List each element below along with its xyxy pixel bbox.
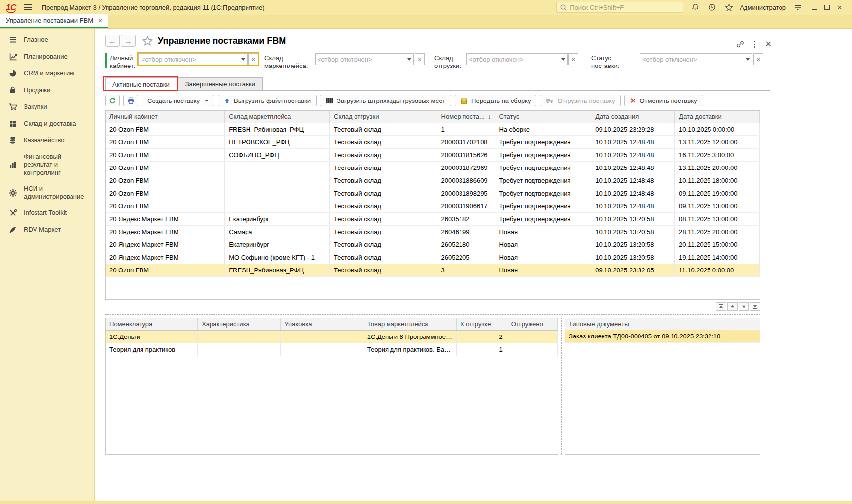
favorites-star-icon[interactable] — [724, 2, 734, 12]
filter-dropdown-icon-personal-account[interactable] — [239, 54, 247, 65]
history-icon[interactable] — [707, 2, 717, 12]
column-header[interactable]: Упаковка — [281, 318, 363, 330]
table-row[interactable]: 20 Ozon FBMFRESH_Рябиновая_РФЦТестовый с… — [106, 264, 760, 276]
refresh-button[interactable] — [105, 95, 120, 106]
column-header[interactable]: Отгружено — [507, 318, 557, 330]
column-header[interactable]: Статус — [495, 111, 591, 123]
filter-clear-button-shipping-warehouse[interactable]: × — [568, 53, 578, 65]
filter-dropdown-icon-shipping-warehouse[interactable] — [559, 54, 567, 65]
filter-input-supply-status[interactable]: <отбор отключен> — [640, 53, 752, 65]
forward-button[interactable]: → — [121, 35, 136, 47]
more-menu-icon[interactable] — [754, 41, 755, 48]
table-row[interactable]: 20 Ozon FBMТестовый склад2000031886609Тр… — [106, 174, 760, 187]
window-titlebar: 1С Препрод Маркет 3 / Управление торговл… — [0, 0, 852, 15]
print-button[interactable] — [123, 95, 138, 106]
main-menu-icon[interactable] — [23, 4, 32, 11]
filter-input-shipping-warehouse[interactable]: <отбор отключен> — [466, 53, 568, 65]
filter-dropdown-icon-supply-status[interactable] — [744, 54, 752, 65]
barcode-icon — [326, 98, 333, 104]
command-bar: Создать поставкуВыгрузить файл поставкиЗ… — [105, 95, 770, 106]
bag-icon — [8, 86, 17, 95]
table-row[interactable]: 20 Ozon FBMТестовый склад2000031906617Тр… — [106, 200, 760, 212]
filter-dropdown-icon-marketplace-warehouse[interactable] — [405, 54, 413, 65]
export-supply-file-button[interactable]: Выгрузить файл поставки — [218, 95, 317, 106]
horizontal-splitter[interactable] — [105, 314, 760, 315]
table-row[interactable]: 20 Яндекс Маркет FBMЕкатеринбургТестовый… — [106, 238, 760, 251]
sidebar-item-zakupki[interactable]: Закупки — [0, 99, 94, 115]
notifications-bell-icon[interactable] — [690, 2, 700, 12]
table-row[interactable]: Теория для практиковТеория для практиков… — [106, 343, 558, 356]
sidebar-item-finrezultat-kontrolling[interactable]: Финансовый результат и контроллинг — [0, 149, 94, 181]
column-header[interactable]: Склад отгрузки — [330, 111, 437, 123]
table-row[interactable]: 20 Яндекс Маркет FBMЕкатеринбургТестовый… — [106, 212, 760, 225]
sidebar-item-crm-marketing[interactable]: CRM и маркетинг — [0, 65, 94, 82]
sidebar-item-infostart-toolkit[interactable]: Infostart Toolkit — [0, 204, 94, 221]
filter-clear-button-marketplace-warehouse[interactable]: × — [415, 53, 425, 65]
chevron-down-icon — [561, 58, 565, 61]
sidebar-item-planirovanie[interactable]: Планирование — [0, 48, 94, 65]
filter-clear-button-personal-account[interactable]: × — [248, 53, 258, 65]
filter-input-marketplace-warehouse[interactable]: <отбор отключен> — [315, 53, 414, 65]
scroll-next-button[interactable] — [739, 302, 749, 311]
scroll-first-button[interactable] — [716, 302, 726, 311]
table-cell: 09.10.2025 23:29:28 — [591, 123, 675, 135]
column-header[interactable]: Номенклатура — [106, 318, 198, 330]
sidebar-item-kaznacheystvo[interactable]: Казначейство — [0, 132, 94, 149]
table-row[interactable]: 1С:Деньги1С:Деньги 8 Программное…2 — [106, 330, 558, 343]
filter-clear-button-supply-status[interactable]: × — [753, 53, 763, 65]
vertical-splitter[interactable] — [561, 318, 562, 455]
scroll-last-button[interactable] — [750, 302, 760, 311]
table-cell: 11.10.2025 0:00:00 — [675, 264, 760, 276]
document-tab-supply-management[interactable]: Управление поставками FBM × — [0, 14, 108, 28]
table-row[interactable]: 20 Яндекс Маркет FBMМО Софьино (кроме КГ… — [106, 251, 760, 264]
copy-link-icon[interactable] — [736, 40, 744, 48]
column-header[interactable]: Номер поста...↓ — [437, 111, 495, 123]
document-tab-close-icon[interactable]: × — [98, 17, 102, 25]
column-header[interactable]: Характеристика — [198, 318, 281, 330]
create-supply-button[interactable]: Создать поставку — [142, 95, 214, 106]
table-row[interactable]: 20 Ozon FBMПЕТРОВСКОЕ_РФЦТестовый склад2… — [106, 135, 760, 148]
global-search[interactable] — [556, 2, 683, 13]
filter-input-personal-account[interactable]: <отбор отключен> — [138, 53, 248, 65]
column-header[interactable]: Дата доставки — [675, 111, 760, 123]
table-cell: Теория для практиков — [106, 343, 198, 356]
send-to-assembly-button[interactable]: Передать на сборку — [455, 95, 536, 106]
table-row[interactable]: 20 Ozon FBMСОФЬИНО_РФЦТестовый склад2000… — [106, 148, 760, 161]
column-header[interactable]: К отгрузке — [456, 318, 507, 330]
user-menu-icon[interactable] — [793, 2, 803, 12]
sidebar-item-rdv-market[interactable]: RDV Маркет — [0, 221, 94, 238]
supplies-table: Личный кабинетСклад маркетплейсаСклад от… — [106, 111, 760, 277]
user-name[interactable]: Администратор — [740, 4, 786, 11]
table-row[interactable]: 20 Ozon FBMFRESH_Рябиновая_РФЦТестовый с… — [106, 123, 760, 135]
close-window-button[interactable]: × — [833, 2, 846, 13]
button-label: Создать поставку — [147, 97, 200, 104]
tab-active-supplies[interactable]: Активные поставки — [105, 77, 177, 91]
maximize-button[interactable] — [820, 2, 833, 13]
load-cargo-barcodes-button[interactable]: Загрузить штрихкоды грузовых мест — [320, 95, 451, 106]
add-to-favorites-star-icon[interactable] — [142, 36, 153, 46]
table-cell: 10.10.2025 12:48:48 — [591, 161, 675, 174]
sidebar-item-nsi-administrirovanie[interactable]: НСИ и администрирование — [0, 181, 94, 205]
minimize-button[interactable] — [808, 2, 820, 13]
document-tabstrip: Управление поставками FBM × — [0, 15, 852, 29]
column-header[interactable]: Товар маркетплейса — [363, 318, 456, 330]
sidebar-item-glavnoe[interactable]: Главное — [0, 32, 94, 48]
sidebar-item-prodazhi[interactable]: Продажи — [0, 82, 94, 99]
column-header[interactable]: Личный кабинет — [106, 111, 225, 123]
document-row[interactable]: Заказ клиента ТД00-000405 от 09.10.2025 … — [565, 330, 760, 343]
scroll-prev-button[interactable] — [727, 302, 738, 311]
column-header[interactable]: Дата создания — [591, 111, 675, 123]
search-input[interactable] — [570, 4, 680, 11]
table-row[interactable]: 20 Ozon FBMТестовый склад2000031898295Тр… — [106, 187, 760, 200]
tab-completed-supplies[interactable]: Завершенные поставки — [178, 77, 263, 90]
back-button[interactable]: ← — [105, 35, 120, 47]
table-row[interactable]: 20 Ozon FBMТестовый склад2000031872969Тр… — [106, 161, 760, 174]
table-cell: 20 Ozon FBM — [106, 148, 225, 161]
button-label: Передать на сборку — [471, 97, 531, 104]
table-row[interactable]: 20 Яндекс Маркет FBMСамараТестовый склад… — [106, 225, 760, 238]
table-cell — [225, 161, 330, 174]
column-header[interactable]: Склад маркетплейса — [225, 111, 330, 123]
sidebar-item-sklad-dostavka[interactable]: Склад и доставка — [0, 115, 94, 132]
cancel-supply-button[interactable]: Отменить поставку — [624, 95, 703, 106]
close-form-icon[interactable]: ✕ — [765, 40, 772, 48]
